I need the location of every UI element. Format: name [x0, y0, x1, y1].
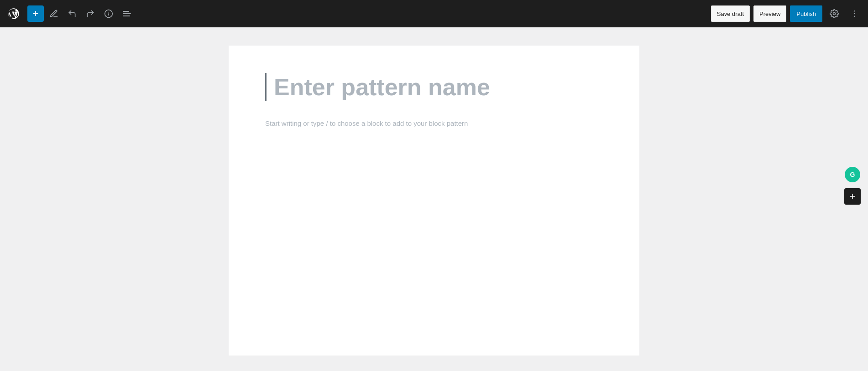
redo-icon: [86, 9, 95, 18]
pattern-title-wrapper[interactable]: Enter pattern name: [265, 73, 603, 101]
main-toolbar: +: [0, 0, 868, 27]
editor-area: Enter pattern name Start writing or type…: [0, 27, 868, 371]
grammarly-button[interactable]: G: [844, 166, 861, 183]
grammarly-icon: G: [845, 167, 860, 182]
editor-canvas[interactable]: Enter pattern name Start writing or type…: [229, 46, 639, 356]
publish-button[interactable]: Publish: [790, 5, 822, 22]
svg-point-3: [833, 13, 836, 15]
block-placeholder[interactable]: Start writing or type / to choose a bloc…: [265, 119, 603, 127]
info-icon: [104, 9, 113, 18]
ellipsis-vertical-icon: [850, 9, 859, 18]
floating-right-buttons: G +: [844, 166, 861, 205]
list-view-button[interactable]: [119, 5, 135, 22]
document-overview-button[interactable]: [100, 5, 117, 22]
add-block-button[interactable]: +: [27, 5, 44, 22]
settings-button[interactable]: [826, 5, 842, 22]
wordpress-logo[interactable]: [5, 5, 22, 22]
gear-icon: [830, 9, 839, 18]
undo-icon: [68, 9, 77, 18]
tools-button[interactable]: [46, 5, 62, 22]
preview-button[interactable]: Preview: [753, 5, 786, 22]
toolbar-left: +: [5, 5, 711, 22]
svg-point-4: [854, 10, 855, 12]
undo-button[interactable]: [64, 5, 80, 22]
redo-button[interactable]: [82, 5, 99, 22]
pen-icon: [49, 9, 58, 18]
pattern-title-input[interactable]: Enter pattern name: [274, 73, 603, 101]
add-block-floating-button[interactable]: +: [844, 188, 861, 205]
toolbar-right: Save draft Preview Publish: [711, 5, 863, 22]
more-options-button[interactable]: [846, 5, 863, 22]
svg-point-6: [854, 16, 855, 17]
svg-point-5: [854, 13, 855, 15]
save-draft-button[interactable]: Save draft: [711, 5, 750, 22]
list-view-icon: [121, 9, 133, 18]
